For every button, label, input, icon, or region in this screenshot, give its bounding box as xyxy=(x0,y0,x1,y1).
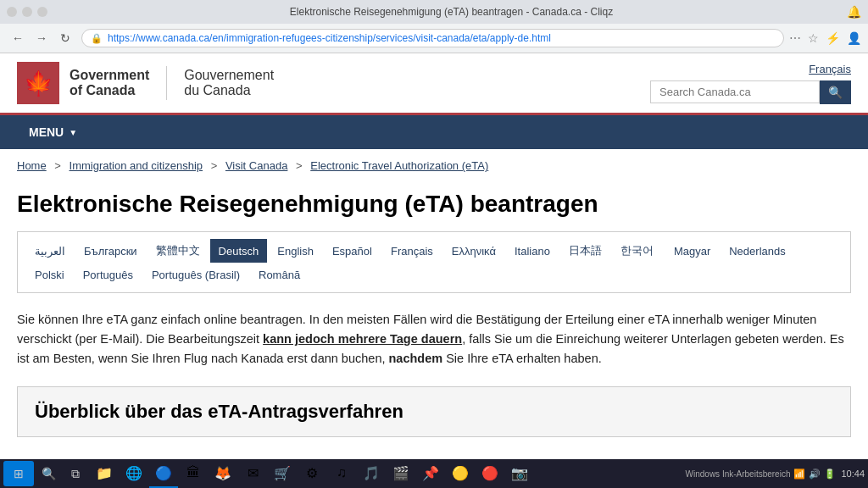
lang-tab-chinese[interactable]: 繁體中文 xyxy=(147,239,209,263)
star-icon[interactable]: ☆ xyxy=(808,31,819,45)
header-right: Français 🔍 xyxy=(650,63,851,104)
lang-tab-romanian[interactable]: Română xyxy=(250,264,309,286)
lang-tab-portuguese-br[interactable]: Português (Brasil) xyxy=(143,264,248,286)
lang-tab-polish[interactable]: Polski xyxy=(26,264,73,286)
browser-addressbar: ← → ↻ 🔒 https://www.canada.ca/en/immigra… xyxy=(0,24,868,53)
gov-name-block: Government of Canada xyxy=(70,68,149,98)
lang-tab-hungarian[interactable]: Magyar xyxy=(665,239,719,263)
logo-divider xyxy=(166,66,167,100)
extensions-icon[interactable]: ⋯ xyxy=(789,31,801,45)
breadcrumb-sep-1: > xyxy=(54,159,61,172)
toolbar-icons: ⋯ ☆ ⚡ 👤 xyxy=(789,31,861,45)
browser-nav-buttons[interactable]: ← → ↻ xyxy=(7,27,76,49)
maximize-button[interactable] xyxy=(22,7,32,17)
breadcrumb-immigration[interactable]: Immigration and citizenship xyxy=(70,159,203,172)
url-text: https://www.canada.ca/en/immigration-ref… xyxy=(108,32,551,44)
browser-title-icons: 🔔 xyxy=(847,5,861,19)
lang-tab-korean[interactable]: 한국어 xyxy=(612,239,662,263)
body-text-bold-nachdem: nachdem xyxy=(389,352,443,365)
cliqz-icon[interactable]: ⚡ xyxy=(826,31,840,45)
overview-box: Überblick über das eTA-Antragsverfahren xyxy=(17,386,851,437)
lang-tab-greek[interactable]: Ελληνικά xyxy=(443,239,504,263)
breadcrumb-home[interactable]: Home xyxy=(17,159,47,172)
lang-tab-spanish[interactable]: Español xyxy=(324,239,381,263)
page-wrapper: 🍁 Government of Canada Gouvernement du C… xyxy=(0,53,868,454)
maple-leaf-logo: 🍁 xyxy=(17,62,59,104)
forward-button[interactable]: → xyxy=(31,27,53,49)
gov-name-fr: Gouvernement du Canada xyxy=(184,68,274,98)
menu-arrow-icon: ▼ xyxy=(69,128,77,137)
browser-title: Elektronische Reisegenehmigung (eTA) bea… xyxy=(56,6,847,18)
site-header: 🍁 Government of Canada Gouvernement du C… xyxy=(0,53,868,115)
breadcrumb-visit-canada[interactable]: Visit Canada xyxy=(225,159,287,172)
overview-title: Überblick über das eTA-Antragsverfahren xyxy=(35,401,833,423)
body-text-end: Sie Ihre eTA erhalten haben. xyxy=(442,352,602,365)
language-toggle[interactable]: Français xyxy=(809,63,851,75)
breadcrumb-sep-2: > xyxy=(211,159,218,172)
lang-tab-bulgarian[interactable]: Български xyxy=(75,239,146,263)
back-button[interactable]: ← xyxy=(7,27,29,49)
gov-name-fr-block: Gouvernement du Canada xyxy=(184,68,274,98)
menu-button[interactable]: MENU ▼ xyxy=(17,115,89,149)
lang-tab-arabic[interactable]: العربية xyxy=(26,239,74,263)
main-nav: MENU ▼ xyxy=(0,115,868,149)
minimize-button[interactable] xyxy=(7,7,17,17)
lang-tab-german[interactable]: Deutsch xyxy=(210,239,268,263)
search-area: 🔍 xyxy=(650,80,851,104)
lang-tab-dutch[interactable]: Nederlands xyxy=(721,239,794,263)
body-text-emphasis: kann jedoch mehrere Tage dauern xyxy=(263,332,462,346)
lock-icon: 🔒 xyxy=(91,33,103,44)
search-input[interactable] xyxy=(650,80,820,103)
refresh-button[interactable]: ↻ xyxy=(54,27,76,49)
language-tabs: العربية Български 繁體中文 Deutsch English E… xyxy=(17,231,851,293)
lang-tab-english[interactable]: English xyxy=(269,239,322,263)
user-icon[interactable]: 👤 xyxy=(847,31,861,45)
browser-window-controls[interactable] xyxy=(7,7,47,17)
breadcrumb-eta[interactable]: Electronic Travel Authorization (eTA) xyxy=(310,159,488,172)
browser-titlebar: Elektronische Reisegenehmigung (eTA) bea… xyxy=(0,0,868,24)
search-button[interactable]: 🔍 xyxy=(820,80,851,104)
gov-name-en: Government of Canada xyxy=(70,68,149,98)
lang-tab-french[interactable]: Français xyxy=(382,239,442,263)
address-bar[interactable]: 🔒 https://www.canada.ca/en/immigration-r… xyxy=(81,29,784,47)
body-text: Sie können Ihre eTA ganz einfach online … xyxy=(17,310,851,369)
lang-tab-italian[interactable]: Italiano xyxy=(506,239,559,263)
lang-tab-portuguese[interactable]: Português xyxy=(75,264,142,286)
lang-tab-japanese[interactable]: 日本語 xyxy=(560,239,610,263)
breadcrumb-sep-3: > xyxy=(296,159,303,172)
close-button[interactable] xyxy=(37,7,47,17)
logo-area: 🍁 Government of Canada Gouvernement du C… xyxy=(17,62,274,104)
breadcrumb: Home > Immigration and citizenship > Vis… xyxy=(0,149,868,182)
page-title: Elektronische Reisegenehmigung (eTA) bea… xyxy=(17,191,851,218)
main-content: Elektronische Reisegenehmigung (eTA) bea… xyxy=(0,182,868,454)
browser-chrome: Elektronische Reisegenehmigung (eTA) bea… xyxy=(0,0,868,53)
notification-icon: 🔔 xyxy=(847,5,861,19)
